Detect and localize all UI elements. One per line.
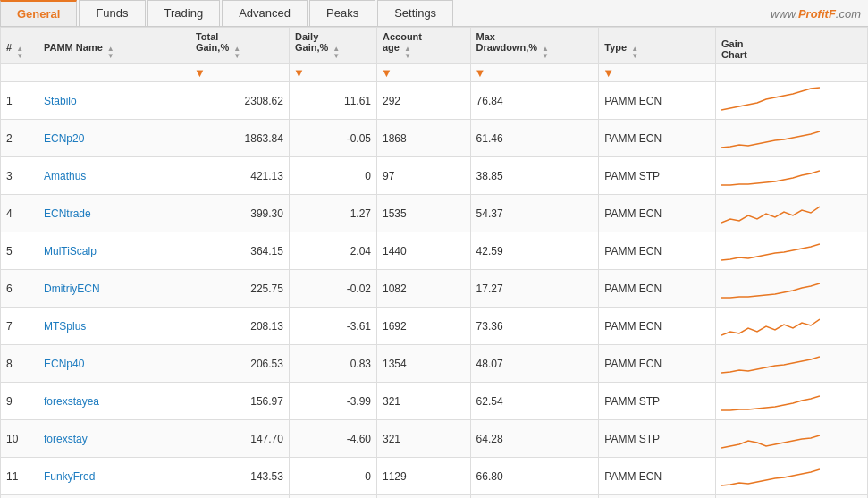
sparkline-chart: [721, 162, 820, 187]
pamm-link[interactable]: ECNp20: [44, 132, 84, 145]
sparkline-chart: [721, 462, 820, 487]
tab-bar: General Funds Trading Advanced Peaks Set…: [0, 0, 868, 27]
cell-name: FunkyFred: [38, 458, 190, 495]
cell-daily-gain: 0: [289, 458, 376, 495]
cell-type: PAMM STP: [599, 495, 716, 499]
sort-icon-num: ▲▼: [16, 46, 23, 60]
table-row: 9 forexstayea 156.97 -3.99 321 62.54 PAM…: [1, 383, 868, 420]
filter-daily-gain[interactable]: ▼: [289, 64, 376, 82]
tab-general[interactable]: General: [0, 0, 77, 26]
col-max-drawdown[interactable]: MaxDrawdown,% ▲▼: [470, 28, 599, 64]
col-account-age[interactable]: Accountage ▲▼: [377, 28, 471, 64]
cell-account-age: 255: [377, 495, 471, 499]
tab-trading[interactable]: Trading: [147, 0, 221, 26]
cell-type: PAMM STP: [599, 383, 716, 420]
cell-type: PAMM ECN: [599, 308, 716, 345]
col-num[interactable]: # ▲▼: [1, 28, 38, 64]
cell-type: PAMM STP: [599, 420, 716, 458]
cell-type: PAMM ECN: [599, 232, 716, 270]
sparkline-chart: [721, 387, 820, 412]
cell-daily-gain: 0: [289, 495, 376, 499]
cell-num: 1: [1, 82, 38, 120]
sparkline-chart: [721, 350, 820, 375]
cell-max-drawdown: 76.84: [470, 82, 599, 120]
cell-num: 6: [1, 270, 38, 308]
table-row: 10 forexstay 147.70 -4.60 321 64.28 PAMM…: [1, 420, 868, 458]
filter-total-gain[interactable]: ▼: [190, 64, 289, 82]
pamm-link[interactable]: Amathus: [44, 170, 86, 182]
table-row: 2 ECNp20 1863.84 -0.05 1868 61.46 PAMM E…: [1, 120, 868, 157]
cell-daily-gain: 11.61: [289, 82, 376, 120]
cell-total-gain: 208.13: [190, 308, 289, 345]
cell-chart: [716, 495, 868, 499]
filter-account-age[interactable]: ▼: [377, 64, 471, 82]
col-daily-gain[interactable]: DailyGain,% ▲▼: [289, 28, 376, 64]
sort-icon-total-gain: ▲▼: [233, 46, 240, 60]
table-row: 7 MTSplus 208.13 -3.61 1692 73.36 PAMM E…: [1, 308, 868, 345]
cell-daily-gain: 0.83: [289, 345, 376, 383]
cell-name: MTSplus: [38, 308, 190, 345]
table-row: 5 MulTiScalp 364.15 2.04 1440 42.59 PAMM…: [1, 232, 868, 270]
pamm-link[interactable]: ECNp40: [44, 358, 84, 370]
pamm-link[interactable]: MTSplus: [44, 320, 86, 333]
pamm-link[interactable]: forexstay: [44, 433, 88, 445]
cell-num: 2: [1, 120, 38, 157]
sparkline-chart: [721, 87, 820, 112]
col-name[interactable]: PAMM Name ▲▼: [38, 28, 190, 64]
cell-num: 10: [1, 420, 38, 458]
cell-total-gain: 364.15: [190, 232, 289, 270]
pamm-link[interactable]: forexstayea: [44, 395, 99, 408]
cell-type: PAMM ECN: [599, 120, 716, 157]
cell-num: 3: [1, 157, 38, 195]
tab-funds[interactable]: Funds: [79, 0, 145, 26]
cell-num: 5: [1, 232, 38, 270]
tab-peaks[interactable]: Peaks: [309, 0, 375, 26]
cell-daily-gain: -4.60: [289, 420, 376, 458]
cell-name: DmitriyECN: [38, 270, 190, 308]
sparkline-chart: [721, 274, 820, 300]
cell-daily-gain: -0.05: [289, 120, 376, 157]
cell-name: MulTiScalp: [38, 232, 190, 270]
col-total-gain[interactable]: TotalGain,% ▲▼: [190, 28, 289, 64]
cell-max-drawdown: 48.07: [470, 345, 599, 383]
table-row: 3 Amathus 421.13 0 97 38.85 PAMM STP: [1, 157, 868, 195]
cell-type: PAMM ECN: [599, 270, 716, 308]
cell-max-drawdown: 64.28: [470, 420, 599, 458]
cell-num: 7: [1, 308, 38, 345]
cell-name: forexstayea: [38, 383, 190, 420]
pamm-link[interactable]: ECNtrade: [44, 207, 91, 220]
cell-chart: [716, 157, 868, 195]
cell-name: StProfit: [38, 495, 190, 499]
cell-total-gain: 1863.84: [190, 120, 289, 157]
cell-total-gain: 147.70: [190, 420, 289, 458]
filter-num: [1, 64, 38, 82]
cell-max-drawdown: 38.85: [470, 157, 599, 195]
data-table: # ▲▼ PAMM Name ▲▼ TotalGain,% ▲▼ DailyGa…: [0, 27, 868, 498]
cell-max-drawdown: 54.37: [470, 195, 599, 232]
pamm-link[interactable]: DmitriyECN: [44, 283, 100, 295]
cell-type: PAMM ECN: [599, 82, 716, 120]
cell-chart: [716, 308, 868, 345]
cell-name: forexstay: [38, 420, 190, 458]
filter-row: ▼ ▼ ▼ ▼ ▼: [1, 64, 868, 82]
tab-advanced[interactable]: Advanced: [222, 0, 308, 26]
pamm-link[interactable]: Stabilo: [44, 95, 77, 107]
pamm-link[interactable]: MulTiScalp: [44, 245, 97, 257]
cell-max-drawdown: 42.59: [470, 232, 599, 270]
sparkline-chart: [721, 124, 820, 149]
filter-type[interactable]: ▼: [599, 64, 716, 82]
cell-max-drawdown: 56.19: [470, 495, 599, 499]
cell-name: Amathus: [38, 157, 190, 195]
cell-chart: [716, 458, 868, 495]
tab-settings[interactable]: Settings: [377, 0, 453, 26]
cell-daily-gain: -0.02: [289, 270, 376, 308]
cell-chart: [716, 420, 868, 458]
cell-name: ECNtrade: [38, 195, 190, 232]
cell-type: PAMM STP: [599, 157, 716, 195]
cell-account-age: 1129: [377, 458, 471, 495]
col-type[interactable]: Type ▲▼: [599, 28, 716, 64]
filter-drawdown[interactable]: ▼: [470, 64, 599, 82]
cell-daily-gain: -3.99: [289, 383, 376, 420]
cell-daily-gain: 0: [289, 157, 376, 195]
pamm-link[interactable]: FunkyFred: [44, 470, 95, 483]
